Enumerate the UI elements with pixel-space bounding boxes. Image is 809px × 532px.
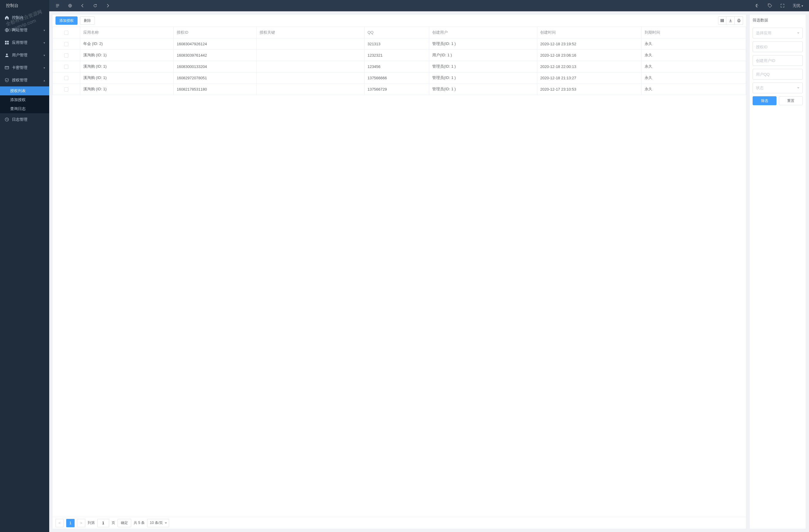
svg-rect-4 — [7, 43, 8, 45]
main-panel: 添加授权 删除 — [52, 14, 746, 529]
sidebar-menu: 控制台 网站管理 ▾ 应用管理 ▾ 用户管理 ▾ 卡密管理 ▾ — [0, 11, 49, 532]
table-row[interactable]: 溪淘购 (ID: 1) 16083039761442 1232321 用户(ID… — [53, 50, 746, 61]
cell-creator: 管理员(ID: 1 ) — [429, 38, 537, 50]
globe-icon — [4, 28, 10, 32]
toggle-sidebar-button[interactable] — [52, 0, 63, 11]
cell-expire: 永久 — [642, 61, 746, 72]
header-expire: 到期时间 — [642, 27, 746, 38]
grid-icon — [4, 40, 10, 45]
sidebar-item-card[interactable]: 卡密管理 ▾ — [0, 61, 49, 74]
svg-rect-13 — [722, 19, 723, 22]
delete-button[interactable]: 删除 — [80, 16, 95, 25]
page-number-button[interactable]: 1 — [66, 519, 74, 527]
user-name: 无忧 — [793, 3, 801, 8]
auth-table: 应用名称 授权ID 授权关键 QQ 创建用户 创建时间 到期时间 年会 (ID:… — [52, 27, 746, 95]
row-checkbox[interactable] — [53, 38, 80, 50]
cell-key — [256, 38, 364, 50]
sidebar-item-auth-log[interactable]: 查询日志 — [0, 104, 49, 113]
sidebar-item-label: 应用管理 — [12, 40, 28, 45]
home-icon — [4, 16, 10, 20]
home-button[interactable] — [65, 0, 75, 11]
sidebar-item-console[interactable]: 控制台 — [0, 11, 49, 24]
cell-app: 年会 (ID: 2) — [80, 38, 174, 50]
cell-created: 2020-12-18 22:00:13 — [537, 61, 642, 72]
add-auth-button[interactable]: 添加授权 — [55, 16, 78, 25]
table-row[interactable]: 溪淘购 (ID: 1) 16082178531180 137566729 管理员… — [53, 84, 746, 95]
tag-button[interactable] — [764, 0, 775, 11]
sidebar-item-auth[interactable]: 授权管理 ▴ — [0, 74, 49, 86]
cell-app: 溪淘购 (ID: 1) — [80, 50, 174, 61]
cell-authid: 16082178531180 — [174, 84, 257, 95]
cell-key — [256, 61, 364, 72]
pagination: < 1 > 到第 页 确定 共 5 条 10 条/页 — [52, 517, 746, 529]
cell-creator: 管理员(ID: 1 ) — [429, 84, 537, 95]
cell-expire: 永久 — [642, 50, 746, 61]
refresh-button[interactable] — [90, 0, 101, 11]
cell-creator: 管理员(ID: 1 ) — [429, 72, 537, 84]
horizontal-scrollbar[interactable] — [52, 513, 746, 517]
back-button[interactable] — [77, 0, 88, 11]
row-checkbox[interactable] — [53, 72, 80, 84]
sidebar-item-user[interactable]: 用户管理 ▾ — [0, 49, 49, 61]
header-qq: QQ — [364, 27, 429, 38]
svg-rect-2 — [7, 41, 8, 42]
cell-app: 溪淘购 (ID: 1) — [80, 61, 174, 72]
page-prev-button[interactable]: < — [55, 519, 64, 527]
sidebar-item-app[interactable]: 应用管理 ▾ — [0, 36, 49, 49]
sidebar-item-log[interactable]: 日志管理 — [0, 113, 49, 126]
filter-reset-button[interactable]: 重置 — [779, 96, 803, 105]
export-button[interactable] — [726, 16, 735, 25]
toolbar: 添加授权 删除 — [52, 15, 746, 26]
table-row[interactable]: 年会 (ID: 2) 16083047926124 321313 管理员(ID:… — [53, 38, 746, 50]
topbar: 无忧 ▾ — [49, 0, 809, 11]
goto-page-input[interactable] — [97, 519, 109, 527]
row-checkbox[interactable] — [53, 50, 80, 61]
cell-qq: 137566666 — [364, 72, 429, 84]
filter-creator-input[interactable] — [753, 55, 803, 66]
sidebar-item-label: 卡密管理 — [12, 65, 28, 70]
filter-status-select[interactable]: 状态 — [753, 83, 803, 93]
clock-icon — [4, 118, 10, 122]
filter-qq-input[interactable] — [753, 69, 803, 79]
page-next-button[interactable]: > — [77, 519, 85, 527]
row-checkbox[interactable] — [53, 61, 80, 72]
pagesize-select[interactable]: 10 条/页 — [147, 519, 169, 527]
header-key: 授权关键 — [256, 27, 364, 38]
user-menu[interactable]: 无忧 ▾ — [790, 0, 806, 11]
sidebar-item-auth-list[interactable]: 授权列表 — [0, 86, 49, 95]
cell-created: 2020-12-17 23:10:53 — [537, 84, 642, 95]
sidebar-item-label: 网站管理 — [12, 28, 28, 33]
filter-title: 筛选数据 — [753, 18, 803, 23]
table-wrapper: 应用名称 授权ID 授权关键 QQ 创建用户 创建时间 到期时间 年会 (ID:… — [52, 26, 746, 517]
filter-panel: 筛选数据 选择应用 状态 筛选 重置 — [749, 14, 806, 529]
table-row[interactable]: 溪淘购 (ID: 1) 16082972078051 137566666 管理员… — [53, 72, 746, 84]
cell-key — [256, 84, 364, 95]
cell-creator: 管理员(ID: 1 ) — [429, 61, 537, 72]
fullscreen-button[interactable] — [777, 0, 788, 11]
cell-authid: 16083000133204 — [174, 61, 257, 72]
cell-expire: 永久 — [642, 84, 746, 95]
chevron-down-icon: ▾ — [44, 41, 45, 45]
svg-rect-6 — [5, 67, 8, 69]
sidebar-item-site[interactable]: 网站管理 ▾ — [0, 24, 49, 36]
sidebar-item-label: 日志管理 — [12, 117, 28, 122]
cell-authid: 16083039761442 — [174, 50, 257, 61]
svg-point-11 — [769, 4, 769, 5]
goto-confirm-button[interactable]: 确定 — [118, 519, 131, 527]
theme-button[interactable] — [752, 0, 763, 11]
print-button[interactable] — [735, 16, 743, 25]
columns-button[interactable] — [718, 16, 726, 25]
sidebar-item-label: 用户管理 — [12, 52, 28, 58]
sidebar-item-auth-add[interactable]: 添加授权 — [0, 95, 49, 104]
filter-authid-input[interactable] — [753, 41, 803, 52]
svg-rect-3 — [5, 43, 6, 45]
table-row[interactable]: 溪淘购 (ID: 1) 16083000133204 123456 管理员(ID… — [53, 61, 746, 72]
forward-button[interactable] — [102, 0, 113, 11]
cell-created: 2020-12-18 23:19:52 — [537, 38, 642, 50]
filter-submit-button[interactable]: 筛选 — [753, 96, 776, 105]
filter-select-app[interactable]: 选择应用 — [753, 28, 803, 38]
sidebar-item-label: 授权管理 — [12, 77, 28, 83]
svg-rect-14 — [723, 19, 724, 22]
row-checkbox[interactable] — [53, 84, 80, 95]
header-checkbox[interactable] — [53, 27, 80, 38]
